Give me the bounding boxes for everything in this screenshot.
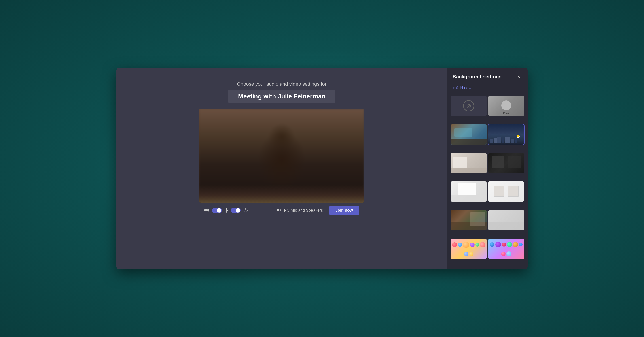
bg-option-room8[interactable] bbox=[488, 210, 524, 230]
toolbar: PC Mic and Speakers Join now bbox=[199, 202, 364, 218]
add-new-button[interactable]: + Add new bbox=[447, 84, 528, 94]
thumbnails-grid: ⊘ Blur bbox=[447, 94, 528, 269]
camera-toggle[interactable] bbox=[212, 208, 222, 213]
video-overlay bbox=[199, 185, 364, 202]
panel-title: Background settings bbox=[452, 74, 502, 80]
svg-point-5 bbox=[245, 210, 246, 211]
balls-container-2 bbox=[488, 239, 524, 259]
panel-header: Background settings × bbox=[447, 68, 528, 84]
bg-option-balls2[interactable] bbox=[488, 239, 524, 259]
bg-option-balls1[interactable] bbox=[451, 239, 486, 259]
mic-icon bbox=[224, 208, 228, 213]
no-bg-icon: ⊘ bbox=[463, 100, 474, 111]
mic-toggle[interactable] bbox=[231, 208, 240, 213]
svg-rect-0 bbox=[204, 209, 208, 211]
meeting-title: Meeting with Julie Feinerman bbox=[228, 90, 336, 103]
video-content bbox=[199, 109, 364, 202]
bg-option-room5[interactable] bbox=[451, 181, 486, 202]
bg-option-blur[interactable]: Blur bbox=[488, 96, 524, 116]
camera-icon bbox=[204, 209, 209, 212]
bg-option-none[interactable]: ⊘ bbox=[451, 96, 486, 116]
video-panel: Choose your audio and video settings for… bbox=[116, 68, 447, 269]
bg-option-room4[interactable] bbox=[488, 153, 524, 173]
bg-option-room6[interactable] bbox=[488, 181, 524, 202]
effects-icon[interactable] bbox=[243, 208, 248, 213]
device-name: PC Mic and Speakers bbox=[284, 208, 323, 213]
bg-option-room7[interactable] bbox=[451, 210, 486, 230]
bg-option-room2[interactable] bbox=[488, 124, 524, 145]
video-preview bbox=[199, 109, 364, 202]
meeting-title-area: Choose your audio and video settings for… bbox=[228, 81, 336, 103]
svg-rect-2 bbox=[226, 208, 227, 211]
blur-avatar bbox=[501, 101, 511, 110]
bg-option-room1[interactable] bbox=[451, 124, 486, 145]
speaker-icon bbox=[277, 208, 281, 213]
main-window: Choose your audio and video settings for… bbox=[116, 68, 528, 269]
choose-text: Choose your audio and video settings for bbox=[228, 81, 336, 87]
cursor-indicator bbox=[516, 135, 520, 138]
bg-option-room3[interactable] bbox=[451, 153, 486, 173]
balls-container-1 bbox=[451, 239, 486, 259]
close-button[interactable]: × bbox=[515, 73, 522, 80]
join-now-button[interactable]: Join now bbox=[329, 206, 359, 215]
svg-marker-6 bbox=[277, 208, 279, 211]
svg-marker-1 bbox=[208, 209, 209, 212]
bg-settings-panel: Background settings × + Add new ⊘ Blur bbox=[447, 68, 528, 269]
blur-label: Blur bbox=[488, 111, 524, 115]
